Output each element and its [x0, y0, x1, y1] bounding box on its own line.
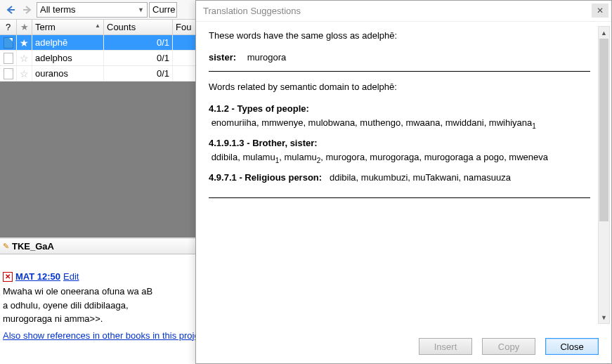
intro-text: These words have the same gloss as adelp…	[209, 30, 590, 41]
show-references-link[interactable]: Also show references in other books in t…	[3, 330, 207, 341]
gloss-line: sister: murogora	[209, 52, 590, 63]
dialog-title-bar: Translation Suggestions	[196, 1, 611, 22]
semantic-domain: 4.1.2 - Types of people: enomuriiha, mmw…	[209, 102, 590, 131]
terms-filter-label: All terms	[40, 4, 76, 15]
term-cell: ouranos	[32, 66, 104, 81]
scroll-up-arrow[interactable]: ▲	[599, 27, 609, 39]
divider	[209, 71, 590, 72]
close-icon[interactable]: ✕	[592, 4, 608, 18]
status-icon	[4, 53, 13, 64]
semantic-domain: 4.1.9.1.3 - Brother, sister: ddibila, mu…	[209, 136, 590, 165]
copy-button[interactable]: Copy	[482, 338, 535, 355]
dialog-footer: Insert Copy Close	[196, 330, 611, 363]
verse-reference-link[interactable]: MAT 12:50	[15, 271, 60, 282]
sort-asc-icon: ▲	[95, 22, 100, 29]
status-icon	[4, 37, 13, 48]
dialog-title: Translation Suggestions	[203, 6, 301, 16]
counts-cell: 0/1	[104, 35, 173, 50]
col-header-status[interactable]: ?	[0, 20, 17, 34]
star-icon[interactable]: ☆	[20, 68, 29, 79]
translation-suggestions-dialog: Translation Suggestions ✕ These words ha…	[195, 0, 612, 364]
related-intro: Words related by semantic domain to adel…	[209, 82, 590, 92]
scrollbar[interactable]: ▲ ▼	[598, 26, 610, 324]
edit-link[interactable]: Edit	[63, 271, 79, 282]
gloss-value: murogora	[247, 52, 287, 63]
missing-rendering-icon[interactable]: ✕	[3, 272, 13, 282]
scroll-down-arrow[interactable]: ▼	[599, 311, 609, 323]
scope-label: Curre	[152, 4, 176, 15]
semantic-domain: 4.9.7.1 - Religious person: ddibila, muk…	[209, 171, 590, 185]
dialog-body: These words have the same gloss as adelp…	[196, 22, 611, 330]
status-icon	[4, 68, 13, 79]
insert-button[interactable]: Insert	[419, 338, 472, 355]
chevron-down-icon: ▼	[138, 6, 144, 13]
nav-back-button[interactable]	[3, 2, 18, 18]
scope-combo[interactable]: Curre	[149, 2, 177, 18]
col-header-counts[interactable]: Counts	[104, 20, 173, 34]
scroll-thumb[interactable]	[599, 39, 608, 221]
project-name: TKE_GaA	[12, 241, 54, 252]
col-header-term[interactable]: Term▲	[32, 20, 104, 34]
edit-icon: ✎	[3, 242, 9, 251]
term-cell: adelphos	[32, 51, 104, 65]
star-icon[interactable]: ★	[20, 37, 29, 48]
counts-cell: 0/1	[104, 66, 173, 81]
col-header-star[interactable]: ★	[17, 20, 32, 34]
terms-filter-combo[interactable]: All terms ▼	[37, 2, 148, 18]
close-button[interactable]: Close	[545, 338, 599, 355]
term-cell: adelphē	[32, 35, 104, 50]
gloss-label: sister:	[209, 52, 236, 63]
star-icon[interactable]: ☆	[20, 53, 29, 64]
nav-forward-button[interactable]	[20, 2, 35, 18]
divider	[209, 197, 590, 198]
counts-cell: 0/1	[104, 51, 173, 65]
